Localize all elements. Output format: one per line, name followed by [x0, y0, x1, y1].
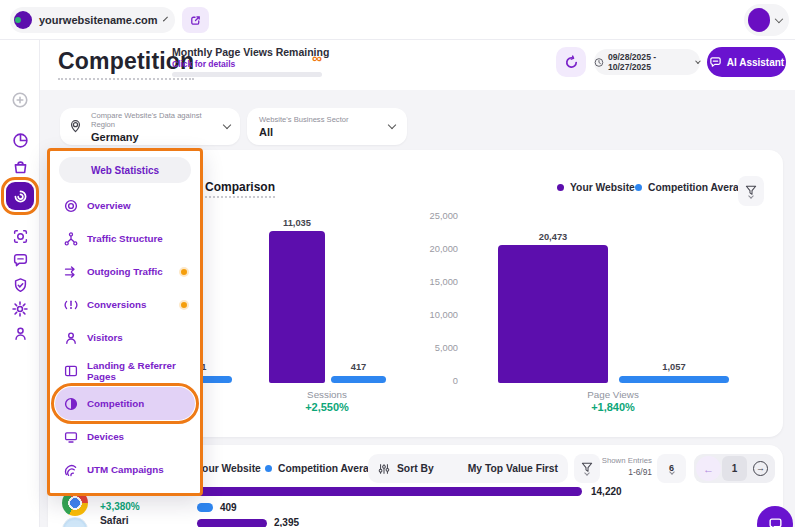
- menu-item-overview[interactable]: Overview: [55, 189, 195, 222]
- bag-icon[interactable]: [8, 155, 32, 179]
- date-range-value: 09/28/2025 - 10/27/2025: [608, 52, 692, 72]
- y-tick: 5,000: [414, 343, 458, 353]
- chart-filter-button[interactable]: [738, 176, 764, 206]
- prev-page-button[interactable]: ←: [696, 456, 721, 481]
- chat-icon[interactable]: [8, 248, 32, 272]
- sector-filter[interactable]: Website's Business Sector All: [247, 108, 407, 145]
- menu-item-conversions[interactable]: Conversions: [55, 288, 195, 321]
- account-menu[interactable]: [744, 4, 789, 36]
- chevron-down-icon: [163, 16, 168, 21]
- web-statistics-menu: Web Statistics Overview Traffic Structur…: [47, 148, 203, 496]
- competition-average-row-bar[interactable]: [197, 503, 213, 512]
- competition-average-bar[interactable]: [619, 376, 729, 383]
- add-circle-icon[interactable]: [8, 88, 32, 112]
- region-filter[interactable]: Compare Website's Data against Region Ge…: [60, 108, 240, 145]
- category-label: Page Views: [563, 389, 663, 400]
- conversions-icon: [64, 298, 78, 312]
- sector-filter-value: All: [259, 126, 389, 138]
- user-pin-icon[interactable]: [8, 321, 32, 345]
- page-size-select[interactable]: 6: [657, 454, 686, 483]
- avatar: [748, 8, 770, 32]
- open-website-button[interactable]: [182, 7, 209, 33]
- bar-value: 11,035: [269, 218, 325, 228]
- y-tick: 25,000: [414, 211, 458, 221]
- category-label: Sessions: [277, 389, 377, 400]
- your-website-bar[interactable]: [498, 245, 608, 383]
- target-scan-icon[interactable]: [8, 224, 32, 248]
- menu-item-utm-campaigns[interactable]: UTM Campaigns: [55, 453, 195, 486]
- refresh-icon: [564, 55, 579, 70]
- arrow-right-icon: →: [753, 461, 768, 476]
- quota-progress-bar: [172, 72, 322, 77]
- row-change: +3,380%: [100, 501, 140, 512]
- y-tick: 0: [414, 376, 458, 386]
- your-website-bar[interactable]: [269, 231, 325, 383]
- chart-title: Comparison: [205, 180, 275, 198]
- ai-assistant-label: AI Assistant: [727, 57, 784, 68]
- y-tick: 20,000: [414, 244, 458, 254]
- row-value: 409: [220, 502, 237, 513]
- overview-icon: [64, 199, 78, 213]
- legend-your-website: Your Website: [557, 182, 635, 193]
- legend-dot: [557, 184, 564, 191]
- chevron-down-icon: [775, 14, 783, 22]
- quota-details-link[interactable]: Click for details: [172, 59, 235, 69]
- outgoing-traffic-icon: [64, 265, 78, 279]
- top-bar: yourwebsitename.com: [0, 0, 795, 40]
- competition-average-bar[interactable]: [331, 376, 386, 383]
- menu-item-outgoing-traffic[interactable]: Outgoing Traffic: [55, 255, 195, 288]
- devices-icon: [64, 430, 78, 444]
- sort-by-value: My Top Value First: [468, 463, 558, 474]
- gear-icon[interactable]: [8, 297, 32, 321]
- menu-item-landing-referrer-pages[interactable]: Landing & Referrer Pages: [55, 354, 195, 387]
- legend-dot: [635, 184, 642, 191]
- quota-label: Monthly Page Views Remaining: [172, 46, 329, 58]
- shield-check-icon[interactable]: [8, 273, 32, 297]
- refresh-button[interactable]: [556, 47, 586, 77]
- your-website-row-bar[interactable]: [197, 487, 582, 496]
- sort-by-control[interactable]: Sort By My Top Value First: [368, 454, 568, 483]
- next-page-button[interactable]: →: [748, 456, 773, 481]
- menu-header: Web Statistics: [59, 157, 191, 183]
- menu-item-visitors[interactable]: Visitors: [55, 321, 195, 354]
- ai-chat-icon: [709, 56, 722, 69]
- legend-dot: [265, 465, 272, 472]
- chevron-down-icon: [388, 121, 396, 129]
- site-domain: yourwebsitename.com: [39, 14, 158, 26]
- bar-value: 20,473: [498, 232, 608, 242]
- location-icon: [68, 119, 83, 134]
- sort-by-label: Sort By: [397, 463, 461, 474]
- icon-rail: [0, 40, 40, 527]
- table-legend-competition-average: Competition Average: [265, 463, 381, 474]
- swirl-icon: [12, 188, 29, 205]
- infinity-icon: ∞: [312, 50, 322, 66]
- row-value: 2,395: [274, 517, 299, 527]
- pagination: ← 1 →: [694, 454, 775, 483]
- web-statistics-active-icon[interactable]: [6, 182, 34, 210]
- competition-icon: [64, 397, 78, 411]
- pie-chart-icon[interactable]: [8, 128, 32, 152]
- legend-competition-average: Competition Average: [635, 182, 751, 193]
- site-selector[interactable]: yourwebsitename.com: [10, 7, 175, 33]
- y-tick: 15,000: [414, 277, 458, 287]
- shown-entries-value: 1-6/91: [586, 467, 652, 477]
- row-value: 14,220: [591, 486, 622, 497]
- your-website-row-bar[interactable]: [197, 519, 267, 527]
- menu-item-traffic-structure[interactable]: Traffic Structure: [55, 222, 195, 255]
- menu-item-competition[interactable]: Competition: [55, 387, 195, 420]
- date-range-picker[interactable]: 09/28/2025 - 10/27/2025: [594, 49, 700, 75]
- traffic-structure-icon: [64, 232, 78, 246]
- change-label: +2,550%: [277, 401, 377, 413]
- menu-item-devices[interactable]: Devices: [55, 420, 195, 453]
- chevron-down-icon: [669, 469, 675, 475]
- utm-campaigns-icon: [64, 463, 78, 477]
- site-logo-icon: [14, 11, 32, 29]
- change-label: +1,840%: [563, 401, 663, 413]
- chevron-down-icon: [223, 121, 231, 129]
- visitors-icon: [64, 331, 78, 345]
- bar-value: 1,057: [619, 362, 729, 372]
- current-page[interactable]: 1: [722, 456, 747, 481]
- sliders-icon: [378, 463, 390, 475]
- clock-icon: [594, 57, 604, 68]
- ai-assistant-button[interactable]: AI Assistant: [707, 47, 786, 77]
